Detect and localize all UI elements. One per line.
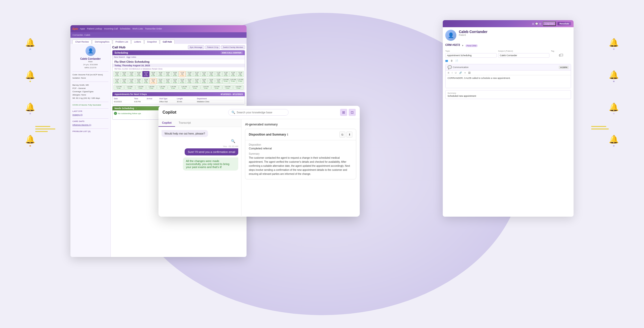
epic-nav-schedules[interactable]: Schedules [120, 27, 130, 30]
slot-r3-9[interactable]: 1:55 PM5 min [200, 85, 211, 90]
tab-call-hub[interactable]: Call Hub [160, 40, 175, 44]
slot-13[interactable]: 11:15 AM5 min [200, 71, 208, 77]
slot-r3-12[interactable]: 2:10 PM5 min [233, 85, 244, 90]
slot-10[interactable]: 11:00 AM5 min [179, 71, 186, 77]
crm-tool-italic[interactable]: I [451, 71, 453, 74]
slot-6[interactable]: 10:40 AM5 min [150, 71, 157, 77]
slot-12[interactable]: 11:10 AM5 min [193, 71, 200, 77]
last3yr-label: LAST 3YR [72, 110, 108, 112]
tab-chart-review[interactable]: Chart Review [72, 40, 92, 44]
bell-decoration-2: 🔔 [25, 70, 35, 82]
epic-nav-patient-lookup[interactable]: Patient Lookup [87, 27, 102, 30]
slot-4[interactable]: 10:30 AM5 min [135, 71, 142, 77]
slot-r3-1[interactable]: 1:15 PM5 min [113, 85, 124, 90]
epic-breadcrumb: Corriander, Caleb [72, 34, 90, 36]
tab-problem-list[interactable]: Problem List [113, 40, 131, 44]
slot-r2-1[interactable]: 11:45 AM5 min [113, 78, 120, 84]
slot-5-selected[interactable]: 10:35 AM5 min [142, 71, 149, 77]
bell-icon-3: 🔔 [25, 102, 35, 112]
slot-r3-5[interactable]: 1:35 PM5 min [157, 85, 168, 90]
appt-date: 6/10/2023 [114, 101, 134, 103]
slot-r3-11[interactable]: 2:05 PM5 min [222, 85, 233, 90]
crm-subject-input[interactable] [498, 53, 549, 58]
chat-search-icon[interactable]: 🔍 [231, 139, 235, 143]
clinic-label: RETAIL CLINIC SCHEDULE in Middleton Reta… [112, 67, 245, 71]
crm-tool-bold[interactable]: B [447, 71, 450, 74]
slot-r2-2[interactable]: 11:50 AM5 min [121, 78, 128, 84]
slot-r2-7[interactable]: 12:15 PM5 min [157, 78, 164, 84]
bell-dot-4 [29, 145, 31, 147]
copilot-grid-icon-btn[interactable]: ⊞ [340, 109, 347, 116]
copilot-layout-icon-btn[interactable]: ⊡ [349, 109, 356, 116]
epic-nav-transcribe[interactable]: Transcribe Order [145, 27, 162, 30]
slot-r2-5[interactable]: 12:05 PM5 min [142, 78, 149, 84]
slot-3[interactable]: 10:25 AM5 min [128, 71, 135, 77]
slot-18[interactable]: 11:40 AM5 min [237, 71, 244, 77]
copilot-search-input[interactable] [237, 111, 285, 114]
slot-16[interactable]: 11:30 AM5 min [222, 71, 229, 77]
crm-topic-input[interactable] [445, 53, 497, 58]
slot-r2-4[interactable]: 12:00 PM5 min [135, 78, 142, 84]
slot-11[interactable]: 11:05 AM5 min [186, 71, 193, 77]
slot-17[interactable]: 11:35 AM5 min [229, 71, 236, 77]
slot-8[interactable]: 10:50 AM5 min [164, 71, 171, 77]
slot-15[interactable]: 11:25 AM5 min [215, 71, 222, 77]
slot-r3-7[interactable]: 1:45 PM5 min [179, 85, 189, 90]
switch-family-btn[interactable]: Switch Family Member [221, 45, 245, 49]
slot-1[interactable]: 10:15 AM5 min [113, 71, 120, 77]
crm-comm-zoom-btn[interactable]: A 100% [559, 66, 569, 69]
aggr-notes-btn[interactable]: Aggr notes [127, 56, 136, 58]
tab-letters[interactable]: Letters [131, 40, 144, 44]
tab-demographics[interactable]: Demographics [92, 40, 112, 44]
slot-r2-3[interactable]: 11:55 AM5 min [128, 78, 135, 84]
slot-r2-11[interactable]: 12:35 PM5 min [186, 78, 193, 84]
imaging-link[interactable]: Imaging (2) [72, 113, 108, 116]
slot-r2-10[interactable]: 12:30 PM5 min [179, 78, 186, 84]
influenza-link[interactable]: Influenza Vaccine (1) [72, 123, 108, 126]
slot-r3-3[interactable]: 1:25 PM5 min [135, 85, 146, 90]
bell-dot-r2 [613, 81, 615, 82]
slot-r2-14[interactable]: 12:50 PM5 min [208, 78, 215, 84]
bell-decoration-r3: 🔔 [609, 102, 619, 114]
epic-tabs: Chart Review Demographics Problem List L… [70, 38, 247, 44]
slot-r3-8[interactable]: 1:50 PM5 min [190, 85, 200, 90]
slot-r2-8[interactable]: 12:20 PM5 min [164, 78, 171, 84]
chat-nav-copilot[interactable]: Copilot [158, 119, 175, 127]
slot-r2-15[interactable]: 12:55 PM5 min [215, 78, 222, 84]
chat-nav-transcript[interactable]: Transcript [175, 119, 194, 127]
bell-icon-r2: 🔔 [609, 70, 619, 80]
crm-comm-label: Communication [453, 66, 469, 69]
logout-btn[interactable]: Log Out [543, 21, 556, 26]
slot-r2-18[interactable]: 1:10 PM5 min [237, 78, 244, 84]
copy-btn[interactable]: ⧉ [339, 132, 345, 138]
slot-r3-6[interactable]: 1:40 PM5 min [168, 85, 178, 90]
tab-snapshot[interactable]: Snapshot [144, 40, 159, 44]
slot-r3-2[interactable]: 1:20 PM5 min [124, 85, 135, 90]
slot-r3-4[interactable]: 1:30 PM5 min [146, 85, 157, 90]
crm-tool-link[interactable]: 🔗 [458, 71, 463, 74]
new-search-btn[interactable]: New Search [114, 56, 125, 58]
epic-nav-work-lists[interactable]: Work Lists [132, 27, 143, 30]
crm-tool-list[interactable]: ≡ [464, 71, 466, 74]
epic-nav-apps[interactable]: Apps [80, 27, 85, 30]
slot-r2-12[interactable]: 12:40 PM5 min [193, 78, 200, 84]
slot-r2-17[interactable]: 1:05 PM5 min [229, 78, 236, 84]
slot-9[interactable]: 10:55 AM5 min [172, 71, 179, 77]
slot-r2-6[interactable]: 12:10 PM5 min [150, 78, 157, 84]
crm-tool-underline[interactable]: U [454, 71, 458, 74]
download-btn[interactable]: ⬇ [346, 132, 352, 138]
crm-tool-image[interactable]: 🖼 [467, 71, 471, 74]
slot-r2-16[interactable]: 1:00 PM5 min [222, 78, 229, 84]
slot-2[interactable]: 10:20 AM5 min [121, 71, 128, 77]
epic-message-btn[interactable]: Epic Message [188, 45, 204, 49]
patient-isolation: Isolation: None [72, 76, 108, 80]
epic-nav-incoming-call[interactable]: Incoming Call [104, 27, 118, 30]
slot-r2-9[interactable]: 12:25 PM5 min [172, 78, 179, 84]
slot-r3-10[interactable]: 2:00 PM5 min [211, 85, 222, 90]
patient-cup-btn[interactable]: Patient C/Up [205, 45, 220, 49]
main-container: Epic Apps Patient Lookup Incoming Call S… [70, 20, 574, 308]
slot-14[interactable]: 11:20 AM5 min [208, 71, 215, 77]
slot-7[interactable]: 10:45 AM5 min [157, 71, 164, 77]
slot-r2-13[interactable]: 12:45 PM5 min [200, 78, 208, 84]
ai-summary-title: AI-generated summary [245, 123, 356, 126]
